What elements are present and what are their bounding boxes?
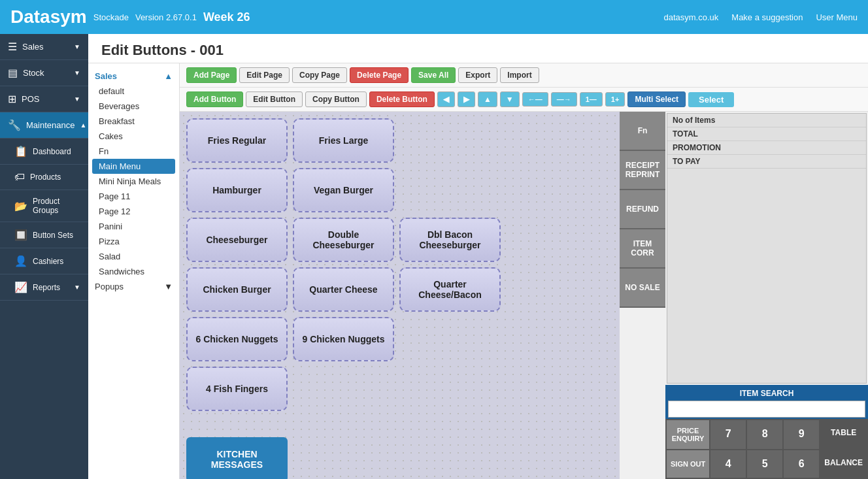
left-nav-page12[interactable]: Page 12 <box>88 204 179 219</box>
export-button[interactable]: Export <box>458 67 497 83</box>
receipt-reprint-button[interactable]: RECEIPTREPRINT <box>620 151 665 190</box>
version: Version 2.67.0.1 <box>135 12 197 22</box>
left-nav-mini-ninja[interactable]: Mini Ninja Meals <box>88 174 179 189</box>
nav-down-btn[interactable]: ▼ <box>500 91 520 107</box>
website-link[interactable]: datasym.co.uk <box>663 12 718 22</box>
stock-icon: ▤ <box>8 67 18 79</box>
sidebar-item-product-groups[interactable]: 📂 Product Groups <box>0 190 88 222</box>
sidebar-label-pos: POS <box>22 94 39 104</box>
pos-btn-fries-large[interactable]: Fries Large <box>293 118 394 163</box>
pos-btn-quarter-cheese-bacon[interactable]: QuarterCheese/Bacon <box>399 267 501 312</box>
left-nav-sales-label: Sales <box>95 71 117 81</box>
left-nav-page11[interactable]: Page 11 <box>88 189 179 204</box>
numpad-5[interactable]: 5 <box>747 450 782 478</box>
grid-row-5: 6 Chicken Nuggets 9 Chicken Nuggets <box>186 317 613 361</box>
price-enquiry-button[interactable]: PRICEENQUIRY <box>667 420 709 449</box>
pos-btn-hamburger[interactable]: Hamburger <box>186 168 288 212</box>
sidebar: ☰ Sales ▼ ▤ Stock ▼ ⊞ POS ▼ 🔧 Maintenanc… <box>0 34 88 479</box>
refund-button[interactable]: REFUND <box>620 190 665 229</box>
pos-btn-fries-regular[interactable]: Fries Regular <box>186 118 288 163</box>
numpad-4[interactable]: 4 <box>710 450 746 478</box>
content-area: Edit Buttons - 001 Sales ▲ default Bever… <box>88 34 868 479</box>
user-menu-link[interactable]: User Menu <box>816 12 858 22</box>
item-search-input[interactable] <box>668 401 865 418</box>
fn-button[interactable]: Fn <box>620 112 665 151</box>
nav-left-btn[interactable]: ◀ <box>437 91 455 107</box>
suggestion-link[interactable]: Make a suggestion <box>731 12 803 22</box>
left-nav-fn[interactable]: Fn <box>88 144 179 159</box>
no-sale-button[interactable]: NO SALE <box>620 269 665 308</box>
sidebar-item-reports[interactable]: 📈 Reports ▼ <box>0 274 88 301</box>
delete-page-button[interactable]: Delete Page <box>350 67 409 83</box>
item-search-label: ITEM SEARCH <box>668 386 865 401</box>
left-nav-default[interactable]: default <box>88 84 179 99</box>
multi-select-button[interactable]: Multi Select <box>627 91 686 107</box>
top-header: Datasym Stockade Version 2.67.0.1 Week 2… <box>0 0 868 34</box>
pos-btn-double-cheeseburger[interactable]: DoubleCheeseburger <box>293 218 394 262</box>
select-button[interactable]: Select <box>688 92 734 107</box>
pos-btn-chicken-burger[interactable]: Chicken Burger <box>186 267 288 312</box>
sign-out-button[interactable]: SIGN OUT <box>667 450 709 478</box>
left-nav-sales-header[interactable]: Sales ▲ <box>88 69 179 84</box>
copy-page-button[interactable]: Copy Page <box>292 67 347 83</box>
copy-button-btn[interactable]: Copy Button <box>305 91 367 107</box>
numpad-8[interactable]: 8 <box>747 420 782 449</box>
button-grid: Fries Regular Fries Large Hamburger Vega… <box>180 112 620 479</box>
right-side-panel: Fn RECEIPTREPRINT REFUND ITEMCORR NO SAL… <box>620 112 868 479</box>
pos-btn-6-chicken-nuggets[interactable]: 6 Chicken Nuggets <box>186 317 288 361</box>
left-nav-sandwiches[interactable]: Sandwiches <box>88 264 179 279</box>
left-nav-breakfast[interactable]: Breakfast <box>88 114 179 129</box>
nav-right-btn[interactable]: ▶ <box>458 91 475 107</box>
popups-arrow: ▼ <box>164 282 173 291</box>
sidebar-label-reports: Reports <box>33 283 60 292</box>
left-nav-pizza[interactable]: Pizza <box>88 234 179 249</box>
left-nav-beverages[interactable]: Beverages <box>88 99 179 114</box>
sidebar-item-pos[interactable]: ⊞ POS ▼ <box>0 86 88 112</box>
grid-and-panel: Fries Regular Fries Large Hamburger Vega… <box>180 112 868 479</box>
numpad-6[interactable]: 6 <box>784 450 819 478</box>
nav-expand-left-btn[interactable]: ←— <box>522 92 548 107</box>
receipt-line-total: TOTAL <box>667 127 866 141</box>
left-nav-panini[interactable]: Panini <box>88 219 179 234</box>
numpad-balance[interactable]: BALANCE <box>820 450 867 478</box>
nav-shrink-btn[interactable]: 1— <box>580 92 603 107</box>
receipt-line-topay: TO PAY <box>667 155 866 169</box>
sales-arrow: ▼ <box>74 43 80 50</box>
reports-arrow: ▼ <box>74 284 80 291</box>
left-nav-salad[interactable]: Salad <box>88 249 179 264</box>
main-content: Add Page Edit Page Copy Page Delete Page… <box>180 63 868 479</box>
pos-btn-9-chicken-nuggets[interactable]: 9 Chicken Nuggets <box>293 317 394 361</box>
nav-expand-right-btn[interactable]: —→ <box>551 92 577 107</box>
sidebar-item-products[interactable]: 🏷 Products <box>0 165 88 190</box>
add-button-btn[interactable]: Add Button <box>186 91 243 107</box>
nav-up-btn[interactable]: ▲ <box>478 91 497 107</box>
sidebar-item-cashiers[interactable]: 👤 Cashiers <box>0 248 88 274</box>
sidebar-item-stock[interactable]: ▤ Stock ▼ <box>0 60 88 86</box>
pos-btn-quarter-cheese[interactable]: Quarter Cheese <box>293 267 394 312</box>
save-all-button[interactable]: Save All <box>411 67 456 83</box>
left-nav-popups[interactable]: Popups ▼ <box>88 279 179 294</box>
pos-btn-4-fish-fingers[interactable]: 4 Fish Fingers <box>186 367 288 411</box>
left-nav-main-menu[interactable]: Main Menu <box>92 159 175 174</box>
pos-btn-dbl-bacon-cheeseburger[interactable]: Dbl BaconCheeseburger <box>399 218 501 262</box>
grid-row-2: Hamburger Vegan Burger <box>186 168 613 212</box>
numpad-table[interactable]: TABLE <box>820 420 867 449</box>
sidebar-item-dashboard[interactable]: 📋 Dashboard <box>0 139 88 165</box>
nav-grow-btn[interactable]: 1+ <box>605 92 626 107</box>
delete-button-btn[interactable]: Delete Button <box>369 91 435 107</box>
edit-button-btn[interactable]: Edit Button <box>246 91 303 107</box>
pos-btn-kitchen-messages[interactable]: KITCHENMESSAGES <box>186 437 288 479</box>
pos-btn-cheeseburger[interactable]: Cheeseburger <box>186 218 288 262</box>
numpad-9[interactable]: 9 <box>784 420 819 449</box>
numpad-7[interactable]: 7 <box>710 420 746 449</box>
sidebar-item-sales[interactable]: ☰ Sales ▼ <box>0 34 88 60</box>
edit-page-button[interactable]: Edit Page <box>239 67 290 83</box>
import-button[interactable]: Import <box>500 67 539 83</box>
pos-btn-vegan-burger[interactable]: Vegan Burger <box>293 168 394 212</box>
item-corr-button[interactable]: ITEMCORR <box>620 229 665 269</box>
left-nav-cakes[interactable]: Cakes <box>88 129 179 144</box>
sidebar-item-button-sets[interactable]: 🔲 Button Sets <box>0 222 88 248</box>
add-page-button[interactable]: Add Page <box>186 67 237 83</box>
grid-row-3: Cheeseburger DoubleCheeseburger Dbl Baco… <box>186 218 613 262</box>
sidebar-item-maintenance[interactable]: 🔧 Maintenance ▲ <box>0 112 88 139</box>
